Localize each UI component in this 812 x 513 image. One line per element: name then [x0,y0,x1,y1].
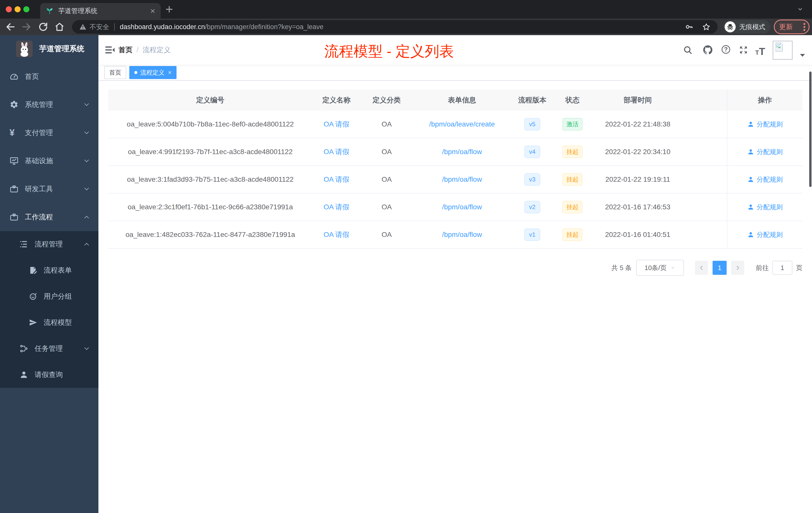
user-avatar-broken-image[interactable] [773,41,793,60]
jump-suffix: 页 [796,264,803,272]
cell-definition-id: oa_leave:2:3c1f0ef1-76b1-11ec-9c66-a2380… [108,193,313,221]
form-link[interactable]: /bpm/oa/flow [413,221,511,248]
sidebar-item-label: 流程管理 [35,239,63,249]
page-jump-input[interactable] [772,261,792,275]
definition-name-link[interactable]: OA 请假 [313,193,360,221]
paper-plane-icon [29,318,37,327]
window-close-button[interactable] [6,6,12,12]
definition-name-link[interactable]: OA 请假 [313,111,360,138]
assign-rule-link[interactable]: 分配规则 [747,231,783,239]
main-panel: 首页 / 流程定义 流程模型 - 定义列表 ? TT 首页 流程定义 × 定义编… [98,35,812,513]
header-filler [684,90,727,111]
tab-title: 芋道管理系统 [58,6,150,15]
font-size-icon[interactable]: TT [755,46,765,56]
form-edit-icon [29,266,37,275]
search-icon[interactable] [683,45,693,55]
cell-version: v4 [511,138,554,165]
sidebar-item-label: 支付管理 [25,128,53,138]
status-badge: 挂起 [562,146,582,158]
sidebar-item-请假查询[interactable]: 请假查询 [0,362,98,388]
sidebar-item-支付管理[interactable]: ¥支付管理 [0,119,98,147]
page-size-select[interactable]: 10条/页 [636,260,684,276]
sidebar-item-任务管理[interactable]: 任务管理 [0,336,98,362]
prev-page-button[interactable] [695,261,708,275]
sidebar-item-研发工具[interactable]: 研发工具 [0,175,98,203]
status-badge: 挂起 [562,229,582,241]
sidebar-item-用户分组[interactable]: 用户分组 [0,283,98,309]
assign-rule-link[interactable]: 分配规则 [747,175,783,184]
tab-close-icon[interactable]: × [150,6,155,15]
browser-menu-kebab-icon[interactable] [804,23,805,31]
sidebar-menu: 首页系统管理¥支付管理基础设施研发工具工作流程流程管理流程表单用户分组流程模型任… [0,62,98,388]
window-minimize-button[interactable] [14,6,21,12]
workflow-submenu: 流程管理流程表单用户分组流程模型任务管理请假查询 [0,231,98,388]
cell-category: OA [360,166,413,193]
sidebar-collapse-icon[interactable] [105,45,115,55]
bookmark-star-icon[interactable] [702,23,710,31]
sidebar-item-系统管理[interactable]: 系统管理 [0,91,98,119]
chevron-up-icon [83,241,90,247]
tag-close-icon[interactable]: × [168,69,172,76]
window-zoom-button[interactable] [23,6,29,12]
password-key-icon[interactable] [685,23,694,31]
sidebar-item-流程表单[interactable]: 流程表单 [0,257,98,283]
back-button[interactable] [5,22,16,32]
tag-home[interactable]: 首页 [104,66,126,79]
address-bar[interactable]: 不安全 dashboard.yudao.iocoder.cn/bpm/manag… [72,20,718,34]
not-secure-label[interactable]: 不安全 [90,23,109,31]
reload-button[interactable] [38,22,49,32]
form-link[interactable]: /bpm/oa/flow [413,138,511,165]
definition-name-link[interactable]: OA 请假 [313,166,360,193]
help-icon[interactable]: ? [722,45,731,55]
sidebar-item-流程模型[interactable]: 流程模型 [0,309,98,336]
url-host: dashboard.yudao.iocoder.cn [120,23,205,31]
form-link[interactable]: /bpm/oa/leave/create [413,111,511,138]
next-page-button[interactable] [731,261,744,275]
status-badge: 挂起 [562,201,582,213]
navbar: 首页 / 流程定义 流程模型 - 定义列表 ? TT [98,35,812,65]
github-icon[interactable] [703,45,713,55]
sidebar-logo[interactable]: 芋道管理系统 [0,35,98,62]
chevron-down-icon [83,129,90,136]
assign-rule-link[interactable]: 分配规则 [747,120,783,129]
column-header-部署时间: 部署时间 [591,90,684,111]
sidebar-item-工作流程[interactable]: 工作流程 [0,203,98,231]
cell-deploy-time: 2022-01-16 17:46:53 [591,193,684,221]
sidebar-item-基础设施[interactable]: 基础设施 [0,147,98,175]
sidebar-item-首页[interactable]: 首页 [0,62,98,91]
page-scrollbar[interactable] [809,71,812,187]
cell-version: v3 [511,166,554,193]
sidebar-item-流程管理[interactable]: 流程管理 [0,231,98,257]
browser-update-menu-button[interactable]: 更新 [774,20,810,34]
page-number-button[interactable]: 1 [713,261,727,275]
form-link[interactable]: /bpm/oa/flow [413,166,511,193]
cell-actions: 分配规则 [727,221,803,248]
cell-status: 挂起 [554,221,591,248]
avatar-caret-down-icon[interactable] [800,53,806,57]
tag-process-definition[interactable]: 流程定义 × [129,66,176,79]
yen-icon: ¥ [9,128,19,137]
definition-name-link[interactable]: OA 请假 [313,221,360,248]
column-header-操作: 操作 [727,90,803,111]
cell-filler [684,138,727,165]
status-badge: 挂起 [562,173,582,186]
definition-name-link[interactable]: OA 请假 [313,138,360,165]
column-header-定义名称: 定义名称 [313,90,360,111]
assign-rule-link[interactable]: 分配规则 [747,203,783,212]
forward-button[interactable] [21,22,32,32]
url-path: /bpm/manager/definition?key=oa_leave [205,23,323,31]
cell-category: OA [360,221,413,248]
new-tab-button[interactable] [165,4,174,14]
cell-status: 激活 [554,111,591,138]
tab-search-chevron-icon[interactable] [796,6,804,12]
form-link[interactable]: /bpm/oa/flow [413,193,511,221]
select-arrow-icon [670,266,676,270]
assign-rule-link[interactable]: 分配规则 [747,148,783,156]
pagination: 共 5 条 10条/页 1 前往 页 [108,260,803,276]
fullscreen-icon[interactable] [739,45,748,55]
sidebar-item-label: 流程模型 [44,318,72,327]
browser-tab[interactable]: 芋道管理系统 × [40,3,161,19]
breadcrumb-home[interactable]: 首页 [118,45,133,55]
home-button[interactable] [54,22,65,32]
window-controls [6,6,29,12]
